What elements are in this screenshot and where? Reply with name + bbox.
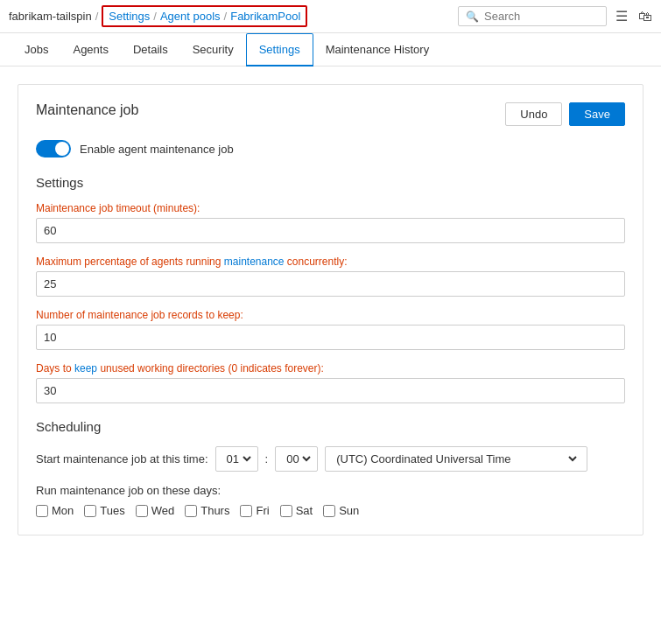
- sep3: /: [224, 10, 228, 23]
- org-name: fabrikam-tailspin: [9, 10, 92, 23]
- tab-details[interactable]: Details: [121, 34, 180, 66]
- input-max-percentage[interactable]: [36, 271, 625, 297]
- tab-maintenance-history[interactable]: Maintenance History: [313, 34, 442, 66]
- field-records: Number of maintenance job records to kee…: [36, 309, 625, 350]
- search-icon: 🔍: [466, 10, 479, 23]
- breadcrumb-agent-pools[interactable]: Agent pools: [160, 10, 221, 23]
- settings-heading: Settings: [36, 175, 625, 190]
- checkbox-tues[interactable]: [84, 505, 96, 517]
- day-label-wed: Wed: [151, 504, 175, 517]
- toggle-row: Enable agent maintenance job: [36, 140, 625, 158]
- day-label-tues: Tues: [100, 504, 124, 517]
- field-timeout: Maintenance job timeout (minutes):: [36, 202, 625, 243]
- checkbox-wed[interactable]: [136, 505, 148, 517]
- day-label-mon: Mon: [52, 504, 74, 517]
- days-section: Run maintenance job on these days: Mon T…: [36, 484, 625, 517]
- input-records[interactable]: [36, 325, 625, 350]
- day-label-thurs: Thurs: [200, 504, 229, 517]
- day-label-fri: Fri: [256, 504, 269, 517]
- sub-nav: Jobs Agents Details Security Settings Ma…: [0, 33, 661, 66]
- enable-toggle[interactable]: [36, 140, 71, 158]
- schedule-label: Start maintenance job at this time:: [36, 452, 208, 466]
- breadcrumb-settings[interactable]: Settings: [109, 10, 150, 23]
- day-label-sat: Sat: [296, 504, 313, 517]
- top-icons: ☰ 🛍: [615, 8, 652, 24]
- main-content: Maintenance job Undo Save Enable agent m…: [0, 66, 661, 553]
- toggle-label: Enable agent maintenance job: [80, 143, 234, 156]
- checkbox-sat[interactable]: [280, 505, 292, 517]
- scheduling-heading: Scheduling: [36, 419, 625, 434]
- label-timeout: Maintenance job timeout (minutes):: [36, 202, 625, 214]
- settings-card: Maintenance job Undo Save Enable agent m…: [18, 84, 643, 536]
- sep1: /: [95, 10, 99, 23]
- timezone-select[interactable]: (UTC) Coordinated Universal Time (UTC-05…: [333, 452, 580, 466]
- field-max-percentage: Maximum percentage of agents running mai…: [36, 256, 625, 297]
- day-item-sat[interactable]: Sat: [280, 504, 313, 517]
- card-title: Maintenance job: [36, 102, 138, 118]
- top-bar-right: 🔍 ☰ 🛍: [458, 6, 652, 26]
- days-row: Mon Tues Wed Thurs Fri: [36, 504, 625, 517]
- input-timeout[interactable]: [36, 218, 625, 243]
- undo-button[interactable]: Undo: [505, 102, 562, 126]
- tab-security[interactable]: Security: [180, 34, 246, 66]
- field-days-keep: Days to keep unused working directories …: [36, 362, 625, 403]
- breadcrumb-fabrikampool[interactable]: FabrikamPool: [230, 10, 300, 23]
- day-item-fri[interactable]: Fri: [240, 504, 269, 517]
- card-actions: Undo Save: [505, 102, 625, 126]
- day-item-thurs[interactable]: Thurs: [185, 504, 229, 517]
- bag-icon[interactable]: 🛍: [638, 9, 652, 24]
- timezone-select-wrapper[interactable]: (UTC) Coordinated Universal Time (UTC-05…: [325, 446, 587, 472]
- breadcrumb: fabrikam-tailspin / Settings / Agent poo…: [9, 5, 307, 27]
- minute-select[interactable]: 00 15 30 45: [283, 452, 313, 466]
- label-records: Number of maintenance job records to kee…: [36, 309, 625, 321]
- save-button[interactable]: Save: [569, 102, 625, 126]
- day-item-mon[interactable]: Mon: [36, 504, 74, 517]
- checkbox-sun[interactable]: [323, 505, 335, 517]
- top-bar: fabrikam-tailspin / Settings / Agent poo…: [0, 0, 661, 33]
- day-item-tues[interactable]: Tues: [84, 504, 124, 517]
- minute-select-wrapper[interactable]: 00 15 30 45: [275, 446, 318, 472]
- label-max-percentage: Maximum percentage of agents running mai…: [36, 256, 625, 268]
- card-header: Maintenance job Undo Save: [36, 102, 625, 126]
- hour-select[interactable]: 01 02 03 04 05 06 07 08 09 10 11 12 13 1…: [223, 452, 254, 466]
- tab-settings[interactable]: Settings: [246, 33, 313, 66]
- day-label-sun: Sun: [339, 504, 359, 517]
- tab-jobs[interactable]: Jobs: [12, 34, 60, 66]
- breadcrumb-box: Settings / Agent pools / FabrikamPool: [102, 5, 307, 27]
- days-label: Run maintenance job on these days:: [36, 484, 625, 497]
- input-days-keep[interactable]: [36, 378, 625, 403]
- sep2: /: [153, 10, 157, 23]
- label-days-keep: Days to keep unused working directories …: [36, 362, 625, 374]
- checkbox-thurs[interactable]: [185, 505, 197, 517]
- search-box[interactable]: 🔍: [458, 6, 607, 26]
- day-item-wed[interactable]: Wed: [136, 504, 175, 517]
- checkbox-mon[interactable]: [36, 505, 48, 517]
- list-icon[interactable]: ☰: [615, 8, 628, 24]
- checkbox-fri[interactable]: [240, 505, 252, 517]
- time-colon: :: [265, 452, 269, 466]
- day-item-sun[interactable]: Sun: [323, 504, 359, 517]
- tab-agents[interactable]: Agents: [60, 34, 120, 66]
- hour-select-wrapper[interactable]: 01 02 03 04 05 06 07 08 09 10 11 12 13 1…: [215, 446, 258, 472]
- schedule-time-row: Start maintenance job at this time: 01 0…: [36, 446, 625, 472]
- search-input[interactable]: [484, 10, 599, 23]
